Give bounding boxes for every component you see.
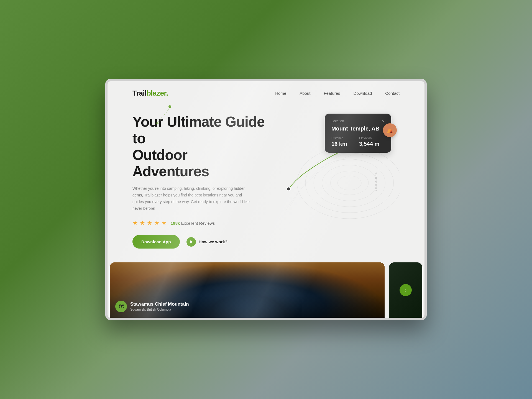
map-badge-icon: 🗺 [115,301,127,312]
cta-row: Download App How we work? [132,235,266,249]
logo-trail: Trail [132,89,147,97]
card-location-info: Stawamus Chief Mountain Squamish, Britis… [130,301,189,311]
card-location-badge: 🗺 Stawamus Chief Mountain Squamish, Brit… [115,301,379,312]
monitor-frame: Trailblazer. Home About Features Downloa… [105,79,427,320]
svg-point-8 [287,187,291,191]
star-1: ★ [132,219,138,227]
star-2: ★ [140,219,145,227]
screen: Trailblazer. Home About Features Downloa… [108,81,424,318]
reviews-count: 198k [171,221,180,226]
svg-point-4 [314,159,385,207]
nav-contact[interactable]: Contact [385,91,400,96]
location-label: Location [331,119,344,123]
location-card: Location × Mount Temple, AB Distance 16 … [325,114,391,153]
svg-point-1 [156,122,158,124]
star-3: ★ [147,219,152,227]
star-5: ★ [161,219,167,227]
hero-description: Whether you're into camping, hiking, cli… [132,185,252,212]
location-name: Mount Temple, AB [331,125,385,132]
bottom-section: 🗺 Stawamus Chief Mountain Squamish, Brit… [108,262,424,318]
how-we-work-link[interactable]: How we work? [186,237,227,247]
distance-stat: Distance 16 km [331,136,357,147]
card-overlay: 🗺 Stawamus Chief Mountain Squamish, Brit… [110,295,385,318]
reviews-text: 198k Excellent Reviews [171,221,215,226]
elevation-value: 3,544 m [359,141,385,147]
side-card-button[interactable]: › [400,284,412,296]
location-stats: Distance 16 km Elevation 3,544 m [331,136,385,147]
arrow-right-icon: › [405,287,406,293]
nav-home[interactable]: Home [275,91,286,96]
hero-right: MIDPL 2OOMIDPL Location × Mount Temple, … [266,108,400,224]
nav-features[interactable]: Features [324,91,340,96]
secondary-card[interactable]: › [389,262,422,318]
decorative-dots-icon [148,104,181,126]
map-pin[interactable]: ⛺ [383,123,397,137]
logo-blazer: blazer [147,89,166,97]
stars-row: ★ ★ ★ ★ ★ 198k Excellent Reviews [132,219,266,227]
svg-point-6 [330,171,369,195]
elevation-stat: Elevation 3,544 m [359,136,385,147]
download-app-button[interactable]: Download App [132,235,180,249]
map-icon: 🗺 [119,304,124,310]
close-button[interactable]: × [382,119,385,124]
card-location-sub: Squamish, British Columbia [130,308,189,311]
distance-label: Distance [331,136,357,140]
logo-dot: . [166,89,168,97]
mountain-icon: ⛺ [387,127,393,134]
logo: Trailblazer. [132,89,168,98]
nav-links: Home About Features Download Contact [275,91,400,96]
svg-point-3 [305,153,393,213]
svg-point-2 [297,147,400,219]
star-4: ★ [154,219,160,227]
navbar: Trailblazer. Home About Features Downloa… [108,81,424,105]
nav-download[interactable]: Download [354,91,372,96]
card-location-name: Stawamus Chief Mountain [130,301,189,307]
location-header: Location × [331,119,385,124]
play-icon [186,237,196,247]
main-location-card[interactable]: 🗺 Stawamus Chief Mountain Squamish, Brit… [110,262,385,318]
hero-left: Your Ultimate Guide to Outdoor Adventure… [132,108,266,249]
distance-value: 16 km [331,141,357,147]
svg-point-7 [337,176,361,190]
hero-section: Your Ultimate Guide to Outdoor Adventure… [108,105,424,249]
elevation-label: Elevation [359,136,385,140]
nav-about[interactable]: About [300,91,310,96]
